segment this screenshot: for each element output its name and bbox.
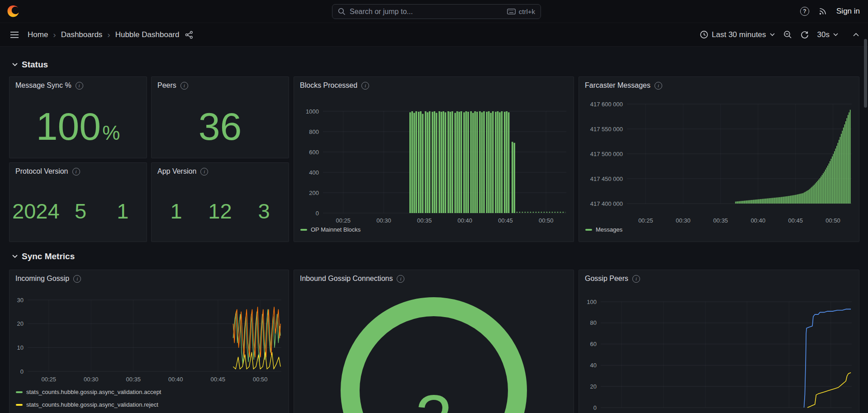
panel-header[interactable]: Gossip Peers i xyxy=(579,270,859,287)
panel-inbound-gossip-connections: Inbound Gossip Connections i 2 xyxy=(294,270,574,413)
panel-header[interactable]: Protocol Version i xyxy=(9,163,147,180)
breadcrumb-current-dashboard[interactable]: Hubble Dashboard xyxy=(115,30,180,39)
farcaster-messages-chart[interactable]: 417 400 000417 450 000417 500 000417 550… xyxy=(579,94,859,242)
panel-title[interactable]: Protocol Version xyxy=(15,167,68,176)
breadcrumb-dashboards[interactable]: Dashboards xyxy=(61,30,103,39)
chart-legend: stats_counts.hubble.gossip.async_validat… xyxy=(16,389,161,408)
share-dashboard-button[interactable] xyxy=(185,31,193,39)
svg-text:200: 200 xyxy=(309,190,319,196)
panel-title[interactable]: App Version xyxy=(157,167,196,176)
sign-in-link[interactable]: Sign in xyxy=(836,7,860,16)
svg-text:60: 60 xyxy=(590,341,597,347)
time-range-picker[interactable]: Last 30 minutes xyxy=(700,30,775,39)
info-icon[interactable]: i xyxy=(632,275,640,283)
svg-text:00:35: 00:35 xyxy=(713,217,728,224)
section-title: Status xyxy=(22,60,48,70)
stat-value: 1 xyxy=(154,199,198,223)
zoom-out-button[interactable] xyxy=(783,30,792,39)
panel-title[interactable]: Message Sync % xyxy=(15,81,71,90)
panel-header[interactable]: App Version i xyxy=(152,163,289,180)
hamburger-icon xyxy=(10,31,19,38)
chart-legend: OP Mainnet Blocks xyxy=(300,226,360,233)
refresh-interval-picker[interactable]: 30s xyxy=(817,30,838,39)
stat-value: 12 xyxy=(198,199,242,223)
info-icon[interactable]: i xyxy=(73,275,81,283)
svg-text:417 600 000: 417 600 000 xyxy=(590,101,623,108)
legend-label[interactable]: OP Mainnet Blocks xyxy=(311,226,360,233)
news-rss-icon[interactable] xyxy=(819,7,827,15)
mega-menu-button[interactable] xyxy=(10,31,19,38)
search-shortcut-text: ctrl+k xyxy=(519,8,535,15)
search-placeholder: Search or jump to... xyxy=(350,8,503,16)
panel-title[interactable]: Incoming Gossip xyxy=(15,275,69,283)
svg-text:00:45: 00:45 xyxy=(788,217,803,224)
svg-text:417 400 000: 417 400 000 xyxy=(590,200,623,207)
legend-label[interactable]: stats_counts.hubble.gossip.async_validat… xyxy=(26,401,158,408)
svg-text:1000: 1000 xyxy=(306,108,319,115)
svg-text:30: 30 xyxy=(17,297,24,304)
dashboard-toolbar: Home › Dashboards › Hubble Dashboard Las… xyxy=(0,23,868,47)
refresh-button[interactable] xyxy=(801,31,809,39)
legend-label[interactable]: Messages xyxy=(596,226,622,233)
section-status[interactable]: Status xyxy=(12,60,48,70)
panel-title[interactable]: Gossip Peers xyxy=(585,275,628,283)
chart-legend: Messages xyxy=(585,226,622,233)
info-icon[interactable]: i xyxy=(72,168,80,176)
panel-app-version: App Version i 1 12 3 xyxy=(151,162,289,242)
zoom-out-icon xyxy=(783,30,792,39)
info-icon[interactable]: i xyxy=(655,82,662,90)
info-icon[interactable]: i xyxy=(397,275,404,283)
panel-header[interactable]: Blocks Processed i xyxy=(294,77,574,94)
scrollbar[interactable] xyxy=(864,39,867,108)
svg-text:00:25: 00:25 xyxy=(336,217,351,224)
svg-text:20: 20 xyxy=(17,320,24,327)
svg-text:00:30: 00:30 xyxy=(676,217,691,224)
info-icon[interactable]: i xyxy=(180,82,188,90)
panel-title[interactable]: Blocks Processed xyxy=(300,81,357,90)
section-title: Sync Metrics xyxy=(22,252,75,261)
panel-title[interactable]: Inbound Gossip Connections xyxy=(300,275,393,283)
panel-header[interactable]: Peers i xyxy=(152,77,289,94)
svg-text:100: 100 xyxy=(587,299,597,305)
section-sync-metrics[interactable]: Sync Metrics xyxy=(12,252,75,261)
blocks-processed-chart[interactable]: 0200400600800100000:2500:3000:3500:4000:… xyxy=(294,94,574,242)
chevron-down-icon xyxy=(12,255,18,258)
chevron-right-icon: › xyxy=(107,30,110,39)
panel-title[interactable]: Farcaster Messages xyxy=(585,81,650,90)
refresh-icon xyxy=(801,31,809,39)
info-icon[interactable]: i xyxy=(76,82,83,90)
breadcrumb-home[interactable]: Home xyxy=(28,30,48,39)
panel-blocks-processed: Blocks Processed i 0200400600800100000:2… xyxy=(294,76,574,242)
info-icon[interactable]: i xyxy=(200,168,208,176)
help-icon[interactable]: ? xyxy=(800,7,809,16)
legend-swatch xyxy=(585,229,592,231)
panel-header[interactable]: Incoming Gossip i xyxy=(9,270,289,287)
svg-text:80: 80 xyxy=(590,319,597,326)
protocol-version-values: 2024 5 1 xyxy=(9,180,147,242)
panel-title[interactable]: Peers xyxy=(157,81,176,90)
chevron-right-icon: › xyxy=(53,30,56,39)
stat-value: 5 xyxy=(60,199,102,223)
svg-text:00:50: 00:50 xyxy=(825,217,840,224)
panel-header[interactable]: Inbound Gossip Connections i xyxy=(294,270,574,287)
panel-farcaster-messages: Farcaster Messages i 417 400 000417 450 … xyxy=(579,76,859,242)
collapse-toolbar-button[interactable] xyxy=(853,33,859,37)
svg-text:00:45: 00:45 xyxy=(211,376,226,383)
panel-header[interactable]: Message Sync % i xyxy=(9,77,147,94)
legend-swatch xyxy=(16,404,23,406)
info-icon[interactable]: i xyxy=(361,82,369,90)
chevron-down-icon xyxy=(770,33,775,36)
svg-text:417 500 000: 417 500 000 xyxy=(590,151,623,157)
legend-label[interactable]: stats_counts.hubble.gossip.async_validat… xyxy=(26,389,161,395)
panel-protocol-version: Protocol Version i 2024 5 1 xyxy=(9,162,147,242)
svg-text:20: 20 xyxy=(590,383,597,390)
grafana-logo[interactable] xyxy=(6,5,20,19)
svg-text:00:25: 00:25 xyxy=(42,376,57,383)
search-input[interactable]: Search or jump to... ctrl+k xyxy=(332,4,541,19)
panel-header[interactable]: Farcaster Messages i xyxy=(579,77,859,94)
gossip-peers-chart[interactable]: 02040608010000:2500:3000:3500:4000:4500:… xyxy=(579,287,859,413)
svg-text:400: 400 xyxy=(309,169,319,176)
legend-swatch xyxy=(16,391,23,393)
stat-value: 100 xyxy=(36,107,101,146)
panel-gossip-peers: Gossip Peers i 02040608010000:2500:3000:… xyxy=(579,270,859,413)
